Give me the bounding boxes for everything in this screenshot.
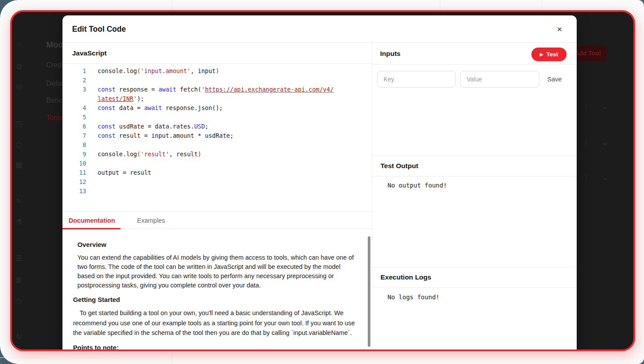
code-line: 8: [62, 140, 372, 150]
language-label: JavaScript: [72, 43, 106, 64]
test-output-title: Test Output: [381, 155, 418, 176]
code-line: 4const data = await response.json();: [62, 103, 372, 113]
sidebar-item-tools[interactable]: Tools: [46, 114, 62, 122]
editor-header: JavaScript: [62, 43, 372, 64]
doc-paragraph: To get started building a tool on your o…: [73, 308, 355, 338]
kebab-menu-icon[interactable]: ⋮: [583, 103, 589, 110]
close-icon[interactable]: ✕: [554, 24, 565, 35]
code-line: 2: [62, 76, 372, 85]
inputs-title: Inputs: [380, 43, 401, 65]
doc-heading: Points to note:: [73, 343, 355, 352]
grid-icon[interactable]: ⬡: [13, 141, 25, 150]
bg-row-controls: ⋮⌄: [579, 139, 615, 147]
doc-section: Points to note:: [73, 343, 355, 352]
execution-logs-empty-message: No logs found!: [388, 294, 439, 301]
modal-title: Edit Tool Code: [72, 15, 126, 43]
home-icon[interactable]: ⌂: [13, 40, 25, 48]
line-number: 10: [62, 159, 86, 168]
screen: { "background": { "sidebar": { "section_…: [0, 0, 644, 364]
code-text: [86, 159, 98, 168]
code-text: [86, 76, 98, 85]
line-number: 8: [62, 140, 86, 150]
line-number: 3: [62, 85, 86, 94]
inputs-header: Inputs ▶Test: [372, 43, 577, 65]
code-line: 11output = result: [62, 168, 372, 177]
nodes-icon[interactable]: ⧉: [13, 63, 25, 71]
line-number: 1: [62, 66, 86, 76]
code-text: const result = input.amount * usdRate;: [86, 131, 234, 140]
code-text: const data = await response.json();: [86, 103, 223, 113]
bg-row-controls: ⋮⌄: [579, 103, 615, 111]
line-number: 13: [62, 187, 86, 196]
code-line: 10: [62, 159, 372, 168]
line-number: 7: [62, 131, 86, 140]
code-text: const response = await fetch('https://ap…: [86, 85, 333, 94]
doc-heading: Overview: [77, 240, 355, 249]
chevron-down-icon[interactable]: ⌄: [602, 103, 608, 110]
line-number: [62, 94, 86, 103]
bg-table-column-line: [172, 0, 172, 10]
code-line: 3const response = await fetch('https://a…: [62, 85, 372, 94]
code-text: console.log('input.amount', input): [86, 66, 219, 76]
clock-icon[interactable]: ◷: [13, 297, 25, 305]
tab-examples[interactable]: Examples: [131, 212, 172, 229]
code-text: const usdRate = data.rates.USD;: [86, 122, 209, 131]
line-number: 11: [62, 168, 86, 177]
value-input[interactable]: [460, 71, 539, 88]
line-number: 4: [62, 103, 86, 113]
modal-header: Edit Tool Code ✕: [62, 15, 577, 43]
code-line: 7const result = input.amount * usdRate;: [62, 131, 372, 140]
bg-table-column-line: [440, 0, 440, 10]
key-input[interactable]: [377, 71, 456, 88]
section-divider: [372, 176, 577, 176]
kebab-menu-icon[interactable]: ⋮: [583, 174, 589, 182]
doc-section: Getting StartedTo get started building a…: [73, 295, 355, 338]
code-text: [86, 177, 98, 187]
code-text: [86, 140, 98, 150]
code-panel: JavaScript 1console.log('input.amount', …: [62, 43, 372, 351]
flask-icon[interactable]: ⚗: [13, 218, 25, 227]
code-line: 13: [62, 187, 372, 196]
play-icon: ▶: [540, 52, 543, 57]
line-number: 12: [62, 177, 86, 187]
refresh-icon[interactable]: ↻: [13, 332, 25, 341]
section-divider: [372, 287, 577, 288]
doc-section: OverviewYou can extend the capabilities …: [77, 240, 355, 290]
code-editor[interactable]: 1console.log('input.amount', input)23con…: [62, 64, 372, 211]
line-number: 2: [62, 76, 86, 85]
docs-tabs: DocumentationExamples: [62, 211, 372, 229]
test-button[interactable]: ▶Test: [531, 48, 567, 61]
code-text: output = result: [86, 168, 151, 177]
code-text: [86, 113, 98, 122]
execution-logs-title: Execution Logs: [381, 267, 431, 287]
docs-scrollbar-thumb[interactable]: [368, 236, 370, 347]
menu-icon[interactable]: ☰: [13, 254, 25, 263]
save-button[interactable]: Save: [547, 71, 562, 88]
kebab-menu-icon[interactable]: ⋮: [583, 139, 589, 147]
trash-icon[interactable]: 🗑: [13, 276, 25, 285]
chevron-down-icon[interactable]: ⌄: [602, 174, 608, 182]
app-window: ⌂⧉⛁◳⬡▦✎⚗☰🗑◷↻ Models CredentialsDefaultsB…: [10, 10, 635, 351]
tab-documentation[interactable]: Documentation: [62, 212, 121, 229]
line-number: 5: [62, 113, 86, 122]
bg-table-row-line: [0, 357, 172, 358]
pencil-icon[interactable]: ✎: [13, 197, 25, 206]
bg-table-column-line: [542, 0, 542, 10]
documentation-content: OverviewYou can extend the capabilities …: [62, 230, 372, 351]
code-line: 9console.log('result', result): [62, 150, 372, 159]
code-line: 5: [62, 113, 372, 122]
code-line: 1console.log('input.amount', input): [62, 66, 372, 76]
code-text: [86, 187, 98, 196]
doc-paragraph: You can extend the capabilities of AI mo…: [77, 253, 355, 290]
database-icon[interactable]: ⛁: [13, 83, 25, 92]
line-number: 6: [62, 122, 86, 131]
bg-row-controls: ⋮⌄: [579, 174, 615, 183]
test-output-empty-message: No output found!: [388, 182, 447, 189]
cube-icon[interactable]: ◳: [13, 120, 25, 129]
code-line: 6const usdRate = data.rates.USD;: [62, 122, 372, 131]
code-line: latest/INR');: [62, 94, 372, 103]
chevron-down-icon[interactable]: ⌄: [602, 139, 608, 147]
boxes-icon[interactable]: ▦: [13, 161, 25, 169]
test-panel: Inputs ▶Test Save Test Output No output …: [372, 43, 577, 351]
edit-tool-code-modal: Edit Tool Code ✕ JavaScript 1console.log…: [62, 15, 577, 351]
